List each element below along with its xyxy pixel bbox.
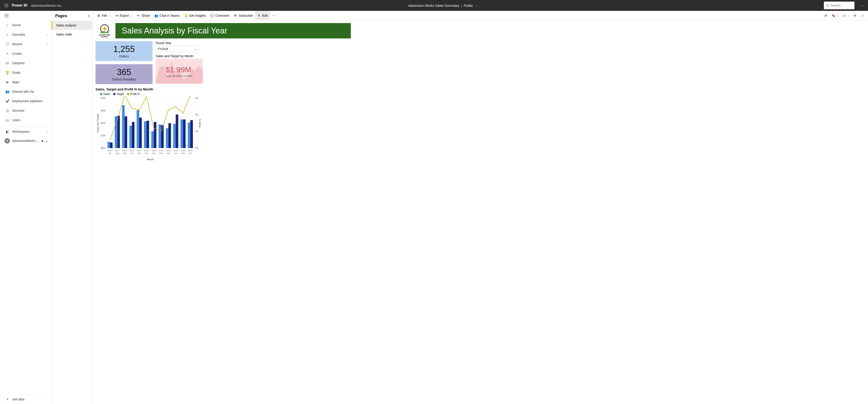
nav-create-label: Create	[12, 52, 22, 56]
svg-rect-54	[188, 123, 190, 148]
trophy-icon: 🏆	[4, 71, 10, 74]
file-menu[interactable]: 🗎File⌄	[95, 11, 113, 20]
export-icon: ⇥	[115, 14, 118, 18]
subscribe-label: Subscribe	[239, 14, 253, 18]
current-workspace[interactable]: A AdventureWorks ... ◈ ⌄	[0, 136, 51, 145]
chat-teams-button[interactable]: 👥Chat in Teams	[152, 11, 182, 20]
nav-workspaces-label: Workspaces	[12, 130, 30, 133]
nav-get-data[interactable]: ↗Get data	[0, 395, 51, 404]
svg-rect-47	[161, 125, 164, 148]
legend-sales: Sales	[103, 93, 110, 96]
svg-line-10	[828, 6, 829, 6]
star-icon: ☆	[861, 14, 864, 18]
kpi-value: $1.99M	[166, 65, 191, 74]
nav-goals[interactable]: 🏆Goals	[0, 68, 51, 77]
svg-rect-33	[110, 142, 113, 148]
nav-pipelines[interactable]: 🚀Deployment pipelines	[0, 96, 51, 106]
chart-title: Sales, Target and Profit % by Month	[95, 87, 203, 91]
insights-button[interactable]: 💡Get insights	[182, 11, 208, 20]
title-separator: |	[461, 4, 462, 7]
favorite-button[interactable]: ☆	[859, 11, 866, 20]
edit-button[interactable]: ✎Edit	[255, 11, 270, 20]
search-input[interactable]	[830, 4, 852, 7]
svg-rect-44	[151, 131, 154, 148]
svg-text:$0M: $0M	[101, 147, 105, 149]
discover-icon: ◫	[4, 109, 10, 112]
svg-text:2%: 2%	[195, 147, 198, 149]
workspace-breadcrumb[interactable]: AdventureWorks Inc.	[31, 4, 62, 7]
nav-home[interactable]: ⌂Home	[0, 20, 51, 30]
report-title: Adventure Works Sales Summary	[408, 4, 459, 7]
chevron-down-icon: ⌄	[45, 139, 48, 143]
search-box[interactable]	[824, 2, 855, 9]
sales-target-profit-chart[interactable]: Sales, Target and Profit % by Month Sale…	[95, 87, 203, 163]
page-sales-analysis[interactable]: Sales analysis	[52, 21, 93, 30]
subscribe-button[interactable]: ✉Subscribe	[231, 11, 255, 20]
more-options-button[interactable]: ⋯	[858, 2, 865, 9]
svg-text:2017: 2017	[130, 149, 134, 152]
nav-toggle-button[interactable]	[0, 11, 51, 20]
nav-datasets[interactable]: 🗃Datasets	[0, 58, 51, 68]
fiscal-year-value: FY2018	[158, 47, 168, 50]
premium-icon: ◈	[41, 139, 43, 142]
chat-label: Chat in Teams	[159, 14, 180, 18]
svg-text:$4M: $4M	[101, 97, 105, 99]
svg-point-0	[4, 4, 5, 4]
nav-create[interactable]: ＋Create	[0, 49, 51, 58]
kpi-visual[interactable]: $1.99M ! Goal: $2.32M (-14.28%)	[156, 59, 203, 83]
svg-rect-38	[129, 126, 132, 148]
legend-target: Target	[116, 93, 124, 96]
star-icon: ☆	[4, 33, 10, 36]
comment-button[interactable]: 💬Comment	[208, 11, 231, 20]
resellers-card[interactable]: 365 Distinct Resellers	[95, 64, 153, 84]
nav-discover[interactable]: ◫Discover	[0, 106, 51, 115]
report-title-bar[interactable]: Adventure Works Sales Summary | Public ⌄	[62, 4, 824, 7]
orders-card[interactable]: 1,255 Orders	[95, 41, 153, 61]
nav-get-data-label: Get data	[12, 398, 25, 401]
svg-rect-32	[107, 142, 110, 148]
nav-shared[interactable]: 👥Shared with me	[0, 87, 51, 96]
report-title-text: Sales Analysis by Fiscal Year	[122, 26, 227, 35]
svg-text:$2M: $2M	[101, 122, 105, 124]
share-button[interactable]: ↪Share	[134, 11, 152, 20]
chevron-down-icon: ⌄	[847, 14, 849, 17]
view-button[interactable]: ▭⌄	[841, 11, 851, 20]
svg-text:Sep: Sep	[123, 152, 126, 155]
nav-recent[interactable]: 🕑Recent›	[0, 39, 51, 49]
svg-text:2017: 2017	[137, 149, 142, 152]
svg-text:Month: Month	[147, 158, 154, 161]
reset-button[interactable]: ↺	[822, 11, 829, 20]
svg-text:Aug: Aug	[116, 152, 119, 155]
nav-learn-label: Learn	[12, 118, 20, 122]
svg-text:3%: 3%	[195, 130, 198, 133]
more-button[interactable]: ⋯	[270, 11, 278, 20]
collapse-pane-button[interactable]: «	[88, 14, 90, 18]
refresh-icon: ⟳	[854, 14, 857, 18]
chevron-down-icon: ⌄	[130, 14, 132, 17]
chevron-right-icon: ›	[47, 33, 48, 36]
nav-learn[interactable]: 📖Learn	[0, 115, 51, 125]
app-launcher-icon[interactable]	[3, 2, 10, 9]
nav-favorites[interactable]: ☆Favorites›	[0, 30, 51, 39]
svg-point-1	[6, 4, 6, 4]
refresh-button[interactable]: ⟳	[851, 11, 859, 20]
svg-text:Feb: Feb	[159, 152, 163, 155]
fiscal-year-select[interactable]: FY2018 ⌄	[156, 46, 199, 52]
workspaces-icon: ◧	[4, 130, 10, 133]
kpi-goal: Goal: $2.32M (-14.28%)	[166, 75, 192, 77]
svg-rect-50	[173, 124, 176, 148]
bookmark-button[interactable]: 🔖⌄	[829, 11, 841, 20]
nav-discover-label: Discover	[12, 109, 25, 112]
report-canvas[interactable]: ADVENTUREWORKS Sales Analysis by Fiscal …	[93, 20, 868, 404]
pages-title: Pages	[55, 13, 67, 18]
export-menu[interactable]: ⇥Export⌄	[113, 11, 134, 20]
svg-rect-36	[122, 105, 124, 148]
teams-icon: 👥	[154, 14, 158, 18]
nav-apps[interactable]: ⊞Apps	[0, 77, 51, 87]
nav-workspaces[interactable]: ◧Workspaces›	[0, 127, 51, 136]
chevron-down-icon: ⌄	[108, 14, 110, 17]
report-visibility: Public	[464, 4, 473, 7]
page-sales-order[interactable]: Sales order	[52, 30, 93, 39]
svg-point-4	[6, 5, 6, 6]
svg-point-3	[4, 5, 5, 6]
